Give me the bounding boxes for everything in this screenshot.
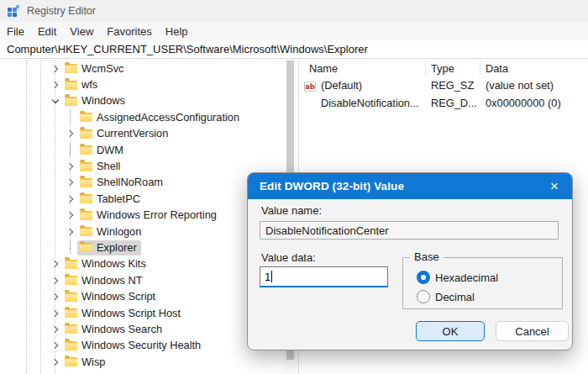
chevron-right-icon[interactable] — [49, 62, 62, 76]
folder-icon — [80, 129, 92, 139]
menu-bar: File Edit View Favorites Help — [0, 22, 588, 40]
folder-icon — [65, 276, 77, 285]
tree-item-assignedaccessconfiguration[interactable]: AssignedAccessConfiguration — [0, 109, 285, 125]
tree-item-windows-search[interactable]: Windows Search — [0, 321, 285, 337]
folder-icon — [80, 211, 92, 220]
tree-item-currentversion[interactable]: CurrentVersion — [0, 126, 285, 142]
value-name: (Default) — [321, 79, 423, 92]
value-data: 0x00000000 (0) — [486, 97, 586, 109]
chevron-right-icon[interactable] — [64, 192, 77, 206]
registry-editor-icon — [7, 4, 20, 18]
value-data: (value not set) — [486, 79, 586, 92]
folder-icon — [80, 227, 92, 236]
registry-path: Computer\HKEY_CURRENT_USER\Software\Micr… — [7, 43, 368, 55]
folder-icon — [80, 145, 92, 155]
column-header-name[interactable]: Name — [309, 60, 338, 76]
tree-connector — [64, 241, 77, 255]
dialog-title: Edit DWORD (32-bit) Value — [260, 180, 404, 192]
folder-icon — [65, 97, 77, 106]
chevron-right-icon[interactable] — [49, 78, 62, 92]
value-type: REG_D... — [431, 97, 481, 109]
folder-icon — [80, 243, 92, 252]
close-icon[interactable]: × — [549, 179, 560, 193]
chevron-right-icon[interactable] — [64, 127, 77, 140]
folder-icon — [65, 292, 77, 302]
tree-item-windows-kits[interactable]: Windows Kits — [0, 256, 285, 272]
cancel-button[interactable]: Cancel — [496, 321, 569, 341]
chevron-right-icon[interactable] — [64, 208, 77, 222]
tree-item-shellnoroam[interactable]: ShellNoRoam — [0, 175, 285, 191]
menu-file[interactable]: File — [0, 22, 31, 40]
window-titlebar: Registry Editor — [0, 0, 588, 22]
selected-tree-item[interactable]: Explorer — [77, 240, 141, 255]
column-header-type[interactable]: Type — [431, 60, 454, 76]
tree-connector — [64, 144, 77, 157]
tree-item-windows-security-health[interactable]: Windows Security Health — [0, 338, 285, 354]
folder-icon — [65, 324, 77, 334]
tree-item-windows-script-host[interactable]: Windows Script Host — [0, 305, 285, 321]
hexadecimal-option[interactable]: Hexadecimal — [417, 271, 498, 284]
tree-item-windows[interactable]: Windows — [0, 93, 285, 109]
base-group-label: Base — [410, 250, 444, 263]
decimal-option[interactable]: Decimal — [417, 290, 475, 303]
value-data-input[interactable]: 1 — [260, 266, 388, 287]
folder-icon — [65, 81, 77, 90]
dialog-titlebar: Edit DWORD (32-bit) Value × — [248, 173, 572, 199]
registry-tree-pane: WcmSvc wfs Windows AssignedAccessConfigu… — [0, 60, 285, 374]
chevron-right-icon[interactable] — [64, 176, 77, 189]
tree-item-windows-nt[interactable]: Windows NT — [0, 272, 285, 288]
text-caret — [271, 271, 272, 282]
chevron-right-icon[interactable] — [49, 307, 62, 320]
edit-dword-dialog: Edit DWORD (32-bit) Value × Value name: … — [247, 172, 573, 350]
value-name-field[interactable]: DisableNotificationCenter — [260, 221, 559, 240]
folder-icon — [65, 308, 77, 318]
tree-item-wcmsvc[interactable]: WcmSvc — [0, 61, 285, 76]
value-name: DisableNotification... — [321, 97, 423, 109]
value-name-text: DisableNotificationCenter — [265, 224, 389, 237]
string-value-icon: ab — [304, 82, 316, 92]
tree-item-windows-script[interactable]: Windows Script — [0, 288, 285, 304]
registry-tree: WcmSvc wfs Windows AssignedAccessConfigu… — [0, 61, 285, 370]
column-header-data[interactable]: Data — [486, 60, 508, 76]
tree-item-winlogon[interactable]: Winlogon — [0, 224, 285, 240]
tree-item-wisp[interactable]: Wisp — [0, 354, 285, 370]
folder-icon — [65, 64, 77, 73]
value-data-text: 1 — [265, 271, 270, 283]
folder-icon — [80, 178, 92, 187]
chevron-down-icon[interactable] — [49, 94, 62, 108]
value-row-default[interactable]: ab (Default) REG_SZ (value not set) — [299, 76, 588, 94]
menu-edit[interactable]: Edit — [31, 22, 63, 40]
tree-item-dwm[interactable]: DWM — [0, 142, 285, 158]
folder-icon — [80, 113, 92, 122]
value-name-label: Value name: — [261, 204, 322, 217]
tree-item-explorer[interactable]: Explorer — [0, 240, 285, 255]
chevron-right-icon[interactable] — [49, 356, 62, 369]
chevron-right-icon[interactable] — [49, 323, 62, 336]
menu-help[interactable]: Help — [159, 22, 195, 40]
chevron-right-icon[interactable] — [49, 290, 62, 303]
radio-unselected-icon[interactable] — [417, 290, 430, 303]
tree-item-wfs[interactable]: wfs — [0, 76, 285, 92]
menu-favorites[interactable]: Favorites — [100, 22, 158, 40]
ok-button[interactable]: OK — [416, 321, 485, 341]
window-title: Registry Editor — [27, 5, 96, 17]
radio-selected-icon[interactable] — [417, 271, 430, 284]
value-row-disablenotificationcenter[interactable]: DisableNotification... REG_D... 0x000000… — [299, 94, 588, 112]
column-separator[interactable] — [425, 61, 426, 76]
tree-item-windows-error-reporting[interactable]: Windows Error Reporting — [0, 208, 285, 224]
chevron-right-icon[interactable] — [64, 225, 77, 239]
chevron-right-icon[interactable] — [49, 257, 62, 271]
chevron-right-icon[interactable] — [49, 339, 62, 352]
folder-icon — [65, 260, 77, 269]
address-bar[interactable]: Computer\HKEY_CURRENT_USER\Software\Micr… — [0, 40, 588, 59]
tree-item-shell[interactable]: Shell — [0, 158, 285, 174]
folder-icon — [65, 341, 77, 350]
folder-icon — [80, 194, 92, 203]
menu-view[interactable]: View — [63, 22, 100, 40]
column-separator[interactable] — [480, 61, 480, 76]
value-type: REG_SZ — [431, 79, 481, 92]
chevron-right-icon[interactable] — [64, 160, 77, 173]
tree-item-tabletpc[interactable]: TabletPC — [0, 191, 285, 207]
folder-icon — [80, 162, 92, 171]
chevron-right-icon[interactable] — [49, 274, 62, 287]
